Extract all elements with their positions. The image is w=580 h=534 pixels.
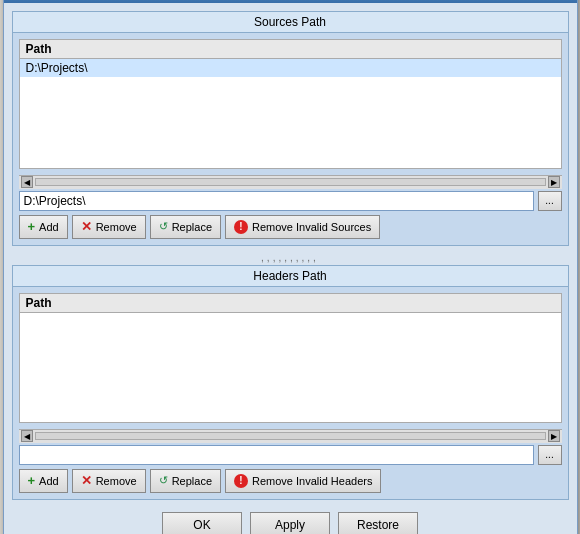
- headers-browse-button[interactable]: ...: [538, 445, 562, 465]
- sources-path-input[interactable]: [19, 191, 534, 211]
- headers-path-input[interactable]: [19, 445, 534, 465]
- sources-section-title: Sources Path: [13, 12, 568, 33]
- sources-scroll-left[interactable]: ◀: [21, 176, 33, 188]
- add-icon: +: [28, 473, 36, 488]
- sources-table[interactable]: Path D:\Projects\: [19, 39, 562, 169]
- headers-table-header: Path: [20, 294, 561, 313]
- headers-section: Headers Path Path ◀ ▶ ... + Add ✕: [12, 265, 569, 500]
- ok-button[interactable]: OK: [162, 512, 242, 535]
- headers-table[interactable]: Path: [19, 293, 562, 423]
- sources-browse-button[interactable]: ...: [538, 191, 562, 211]
- sources-replace-label: Replace: [172, 221, 212, 233]
- sources-scroll-right[interactable]: ▶: [548, 176, 560, 188]
- headers-remove-button[interactable]: ✕ Remove: [72, 469, 146, 493]
- add-icon: +: [28, 219, 36, 234]
- sources-scrollbar[interactable]: ◀ ▶: [19, 175, 562, 189]
- invalid-sources-icon: !: [234, 220, 248, 234]
- divider: ,,,,,,,,,,: [12, 252, 569, 263]
- sources-add-button[interactable]: + Add: [19, 215, 68, 239]
- sources-remove-invalid-label: Remove Invalid Sources: [252, 221, 371, 233]
- headers-scroll-left[interactable]: ◀: [21, 430, 33, 442]
- headers-replace-button[interactable]: ↺ Replace: [150, 469, 221, 493]
- headers-path-row: ...: [19, 445, 562, 465]
- headers-scroll-right[interactable]: ▶: [548, 430, 560, 442]
- sources-remove-invalid-button[interactable]: ! Remove Invalid Sources: [225, 215, 380, 239]
- headers-btn-row: + Add ✕ Remove ↺ Replace ! Remove Invali…: [19, 469, 562, 493]
- headers-remove-invalid-label: Remove Invalid Headers: [252, 475, 372, 487]
- replace-icon: ↺: [159, 220, 168, 233]
- sources-remove-button[interactable]: ✕ Remove: [72, 215, 146, 239]
- headers-replace-label: Replace: [172, 475, 212, 487]
- headers-section-title: Headers Path: [13, 266, 568, 287]
- headers-remove-invalid-button[interactable]: ! Remove Invalid Headers: [225, 469, 381, 493]
- remove-icon: ✕: [81, 473, 92, 488]
- headers-add-button[interactable]: + Add: [19, 469, 68, 493]
- apply-button[interactable]: Apply: [250, 512, 330, 535]
- headers-remove-label: Remove: [96, 475, 137, 487]
- sources-table-row[interactable]: D:\Projects\: [20, 59, 561, 77]
- headers-scroll-track[interactable]: [35, 432, 546, 440]
- headers-scrollbar[interactable]: ◀ ▶: [19, 429, 562, 443]
- invalid-headers-icon: !: [234, 474, 248, 488]
- footer: OK Apply Restore: [12, 506, 569, 535]
- remove-icon: ✕: [81, 219, 92, 234]
- sources-replace-button[interactable]: ↺ Replace: [150, 215, 221, 239]
- sources-path-row: ...: [19, 191, 562, 211]
- restore-button[interactable]: Restore: [338, 512, 418, 535]
- sources-remove-label: Remove: [96, 221, 137, 233]
- replace-icon: ↺: [159, 474, 168, 487]
- sources-scroll-track[interactable]: [35, 178, 546, 186]
- sources-section: Sources Path Path D:\Projects\ ◀ ▶ ... +…: [12, 11, 569, 246]
- headers-add-label: Add: [39, 475, 59, 487]
- sources-add-label: Add: [39, 221, 59, 233]
- sources-table-header: Path: [20, 40, 561, 59]
- search-paths-window: Search Paths ✕ Sources Path Path D:\Proj…: [3, 0, 578, 534]
- window-body: Sources Path Path D:\Projects\ ◀ ▶ ... +…: [4, 3, 577, 535]
- sources-btn-row: + Add ✕ Remove ↺ Replace ! Remove Invali…: [19, 215, 562, 239]
